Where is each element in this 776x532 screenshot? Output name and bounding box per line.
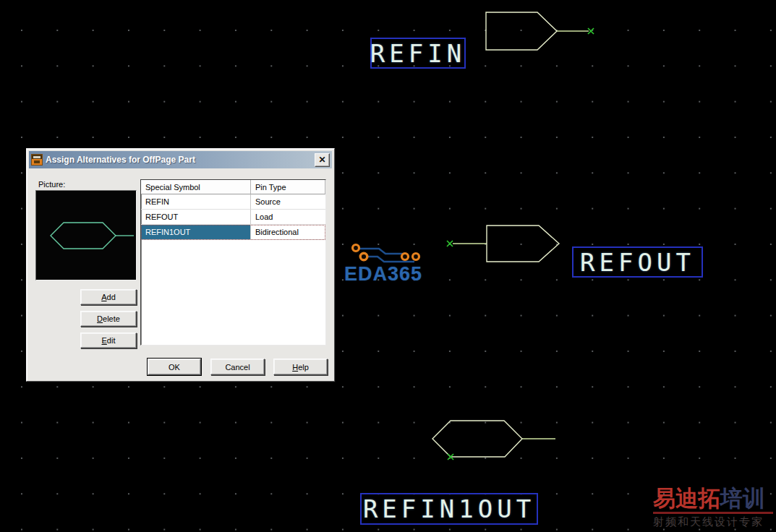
- table-header-row: Special Symbol Pin Type: [141, 180, 325, 194]
- offpage-symbol-refin1out[interactable]: [432, 421, 555, 460]
- training-watermark-title-blue: 培训: [720, 486, 765, 511]
- add-button[interactable]: Add: [80, 289, 137, 305]
- training-watermark-title-red: 易迪拓: [653, 486, 720, 511]
- cell-special-symbol[interactable]: REFIN1OUT: [141, 225, 251, 240]
- pin-x-icon: [447, 241, 453, 246]
- cancel-button-label: Cancel: [225, 363, 250, 372]
- table-row[interactable]: REFIN Source: [141, 194, 325, 210]
- column-header-pin-type: Pin Type: [251, 180, 325, 194]
- alternatives-table[interactable]: Special Symbol Pin Type REFIN Source REF…: [140, 179, 326, 346]
- help-button-label: Help: [292, 363, 309, 372]
- pin-x-icon: [588, 28, 594, 34]
- offpage-shape: [487, 226, 559, 262]
- add-button-label: Add: [101, 293, 116, 301]
- close-button[interactable]: ✕: [315, 153, 330, 167]
- offpage-symbol-refout[interactable]: [447, 226, 559, 262]
- assign-alternatives-dialog: Assign Alternatives for OffPage Part ✕ P…: [26, 148, 335, 382]
- dialog-title: Assign Alternatives for OffPage Part: [46, 155, 312, 165]
- orcad-part-icon: [31, 154, 43, 166]
- offpage-symbol-refin[interactable]: [486, 12, 594, 50]
- delete-button[interactable]: Delete: [80, 311, 137, 327]
- picture-preview: [35, 190, 137, 280]
- offpage-shape: [432, 421, 522, 457]
- net-label-refin[interactable]: REFIN: [370, 38, 466, 69]
- training-watermark-title: 易迪拓培训: [653, 486, 776, 511]
- edit-button[interactable]: Edit: [80, 332, 137, 348]
- cell-special-symbol[interactable]: REFIN: [141, 194, 251, 210]
- eda365-logo-text: EDA365: [344, 263, 422, 286]
- close-icon: ✕: [318, 155, 325, 165]
- pcb-trace-icon: [344, 241, 435, 265]
- training-watermark: 易迪拓培训 射频和天线设计专家: [653, 486, 776, 529]
- training-watermark-tagline: 射频和天线设计专家: [653, 515, 776, 529]
- schematic-editor-canvas[interactable]: { "dialog": { "title": "Assign Alternati…: [0, 0, 776, 532]
- delete-button-label: Delete: [97, 314, 120, 323]
- picture-label: Picture:: [38, 180, 65, 189]
- cell-special-symbol[interactable]: REFOUT: [141, 210, 251, 225]
- column-header-special-symbol: Special Symbol: [141, 180, 251, 194]
- net-label-refout[interactable]: REFOUT: [572, 246, 703, 278]
- cell-pin-type[interactable]: Bidirectional: [251, 225, 325, 240]
- dialog-titlebar[interactable]: Assign Alternatives for OffPage Part ✕: [29, 151, 332, 168]
- ok-button[interactable]: OK: [148, 359, 201, 375]
- edit-button-label: Edit: [102, 336, 116, 345]
- help-button[interactable]: Help: [273, 359, 328, 375]
- table-row-selected[interactable]: REFIN1OUT Bidirectional: [141, 225, 325, 240]
- preview-symbol-icon: [36, 191, 136, 280]
- cell-pin-type[interactable]: Source: [251, 194, 325, 210]
- cancel-button[interactable]: Cancel: [210, 359, 265, 375]
- ok-button-label: OK: [169, 363, 180, 372]
- table-row[interactable]: REFOUT Load: [141, 210, 325, 225]
- net-label-refin1out[interactable]: REFIN1OUT: [360, 493, 538, 525]
- eda365-logo: EDA365: [344, 241, 435, 286]
- training-watermark-rule: [653, 512, 773, 514]
- offpage-shape: [486, 12, 557, 50]
- cell-pin-type[interactable]: Load: [251, 210, 325, 225]
